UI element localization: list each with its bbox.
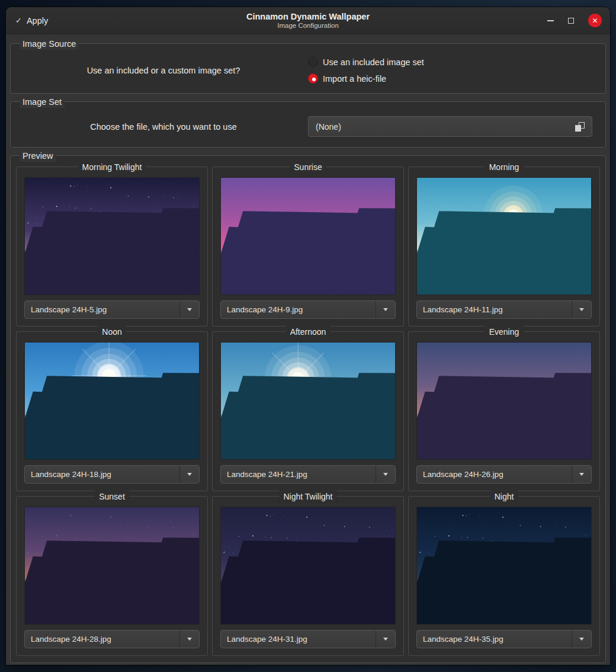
- file-chooser-button[interactable]: (None): [308, 116, 592, 137]
- wallpaper-preview-image: [220, 177, 396, 295]
- image-set-label: Choose the file, which you want to use: [19, 122, 308, 132]
- apply-button[interactable]: ✓ Apply: [15, 16, 48, 25]
- combobox-value: Landscape 24H-28.jpg: [25, 631, 179, 648]
- check-icon: ✓: [15, 16, 22, 25]
- chevron-down-icon: [383, 308, 388, 311]
- apply-button-label: Apply: [27, 16, 48, 25]
- preview-tile: SunsetLandscape 24H-28.jpg: [16, 496, 208, 656]
- combobox-value: Landscape 24H-5.jpg: [25, 301, 179, 318]
- titlebar-title-block: Cinnamon Dynamic Wallpaper Image Configu…: [6, 12, 610, 30]
- chevron-down-icon: [579, 473, 584, 476]
- close-button[interactable]: ✕: [588, 14, 602, 27]
- filename-combobox[interactable]: Landscape 24H-18.jpg: [24, 465, 200, 484]
- preview-tile: NightLandscape 24H-35.jpg: [408, 496, 600, 656]
- tile-title: Night: [490, 491, 518, 503]
- file-chooser-value: (None): [316, 122, 575, 132]
- preview-tile: SunriseLandscape 24H-9.jpg: [212, 167, 404, 327]
- wallpaper-preview-image: [24, 507, 200, 625]
- window-controls: ✕: [547, 14, 602, 27]
- chevron-down-icon: [579, 308, 584, 311]
- filename-combobox[interactable]: Landscape 24H-11.jpg: [416, 300, 592, 319]
- chevron-down-icon: [187, 473, 192, 476]
- window-content: Image Source Use an included or a custom…: [6, 34, 610, 664]
- window-subtitle: Image Configuration: [6, 22, 610, 30]
- combobox-value: Landscape 24H-11.jpg: [417, 301, 572, 318]
- wallpaper-preview-image: [24, 342, 200, 460]
- combobox-value: Landscape 24H-35.jpg: [417, 631, 572, 648]
- minimize-button[interactable]: [547, 20, 554, 21]
- tile-title: Night Twilight: [279, 491, 336, 503]
- chevron-down-icon: [383, 638, 388, 641]
- wallpaper-preview-image: [220, 342, 396, 460]
- image-set-section: Image Set Choose the file, which you wan…: [10, 101, 606, 148]
- filename-combobox[interactable]: Landscape 24H-35.jpg: [416, 630, 592, 648]
- preview-legend: Preview: [20, 150, 56, 162]
- radio-button: [308, 57, 318, 67]
- combobox-arrow-button[interactable]: [572, 466, 591, 483]
- preview-tile: NoonLandscape 24H-18.jpg: [16, 331, 208, 491]
- filename-combobox[interactable]: Landscape 24H-28.jpg: [24, 630, 200, 648]
- wallpaper-preview-image: [416, 342, 592, 460]
- combobox-arrow-button[interactable]: [376, 466, 395, 483]
- chevron-down-icon: [579, 638, 584, 641]
- window-title: Cinnamon Dynamic Wallpaper: [6, 12, 610, 22]
- radio-button: [308, 73, 318, 84]
- combobox-value: Landscape 24H-18.jpg: [25, 466, 179, 483]
- chevron-down-icon: [383, 473, 388, 476]
- preview-tile: EveningLandscape 24H-26.jpg: [408, 331, 600, 491]
- file-choose-icon: [575, 122, 585, 132]
- radio-label: Use an included image set: [323, 57, 424, 67]
- preview-tile: Morning TwilightLandscape 24H-5.jpg: [16, 167, 208, 327]
- wallpaper-preview-image: [416, 507, 592, 625]
- wallpaper-preview-image: [220, 507, 396, 625]
- filename-combobox[interactable]: Landscape 24H-21.jpg: [220, 465, 396, 484]
- combobox-arrow-button[interactable]: [572, 631, 591, 648]
- filename-combobox[interactable]: Landscape 24H-26.jpg: [416, 465, 592, 484]
- image-source-radio-group: Use an included image set Import a heic-…: [308, 57, 424, 84]
- combobox-arrow-button[interactable]: [179, 301, 199, 318]
- filename-combobox[interactable]: Landscape 24H-9.jpg: [220, 300, 396, 319]
- tile-title: Evening: [485, 326, 524, 338]
- chevron-down-icon: [187, 638, 192, 641]
- tile-title: Morning: [485, 161, 524, 173]
- preview-tile: MorningLandscape 24H-11.jpg: [408, 167, 600, 327]
- image-set-legend: Image Set: [20, 96, 65, 108]
- combobox-value: Landscape 24H-9.jpg: [221, 301, 376, 318]
- chevron-down-icon: [187, 308, 192, 311]
- image-source-question: Use an included or a custom image set?: [19, 66, 308, 75]
- combobox-arrow-button[interactable]: [376, 301, 395, 318]
- radio-label: Import a heic-file: [323, 74, 386, 84]
- image-source-legend: Image Source: [20, 38, 79, 50]
- tile-title: Morning Twilight: [78, 161, 146, 173]
- combobox-arrow-button[interactable]: [179, 631, 199, 648]
- titlebar: ✓ Apply Cinnamon Dynamic Wallpaper Image…: [6, 7, 610, 34]
- tile-title: Afternoon: [286, 326, 331, 338]
- preview-section: Preview Morning TwilightLandscape 24H-5.…: [10, 155, 606, 663]
- combobox-arrow-button[interactable]: [179, 466, 199, 483]
- image-source-section: Image Source Use an included or a custom…: [10, 43, 606, 94]
- maximize-icon: [568, 18, 574, 24]
- radio-option-import-heic[interactable]: Import a heic-file: [308, 73, 386, 84]
- minimize-icon: [547, 20, 554, 21]
- preview-tile: AfternoonLandscape 24H-21.jpg: [212, 331, 404, 491]
- combobox-arrow-button[interactable]: [376, 631, 395, 648]
- tile-title: Noon: [98, 326, 126, 338]
- tile-title: Sunrise: [290, 161, 326, 173]
- combobox-arrow-button[interactable]: [572, 301, 591, 318]
- wallpaper-preview-image: [24, 177, 200, 295]
- tile-title: Sunset: [95, 491, 129, 503]
- combobox-value: Landscape 24H-21.jpg: [221, 466, 376, 483]
- radio-option-included-set[interactable]: Use an included image set: [308, 57, 424, 67]
- filename-combobox[interactable]: Landscape 24H-31.jpg: [220, 630, 396, 648]
- combobox-value: Landscape 24H-26.jpg: [417, 466, 572, 483]
- wallpaper-preview-image: [416, 177, 592, 295]
- preview-tile: Night TwilightLandscape 24H-31.jpg: [212, 496, 404, 656]
- desktop: { "window": { "titlebar": { "apply_label…: [0, 0, 616, 672]
- app-window: ✓ Apply Cinnamon Dynamic Wallpaper Image…: [6, 7, 610, 665]
- combobox-value: Landscape 24H-31.jpg: [221, 631, 376, 648]
- filename-combobox[interactable]: Landscape 24H-5.jpg: [24, 300, 200, 319]
- maximize-button[interactable]: [568, 18, 574, 24]
- preview-grid: Morning TwilightLandscape 24H-5.jpgSunri…: [16, 167, 600, 656]
